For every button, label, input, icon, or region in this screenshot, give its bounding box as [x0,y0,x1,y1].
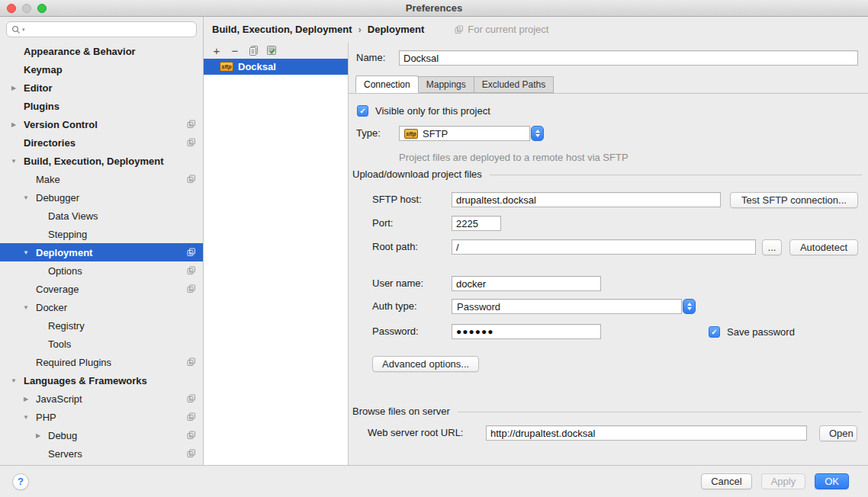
chevron-down-icon [687,307,692,310]
chevron-down-icon[interactable]: ▼ [19,304,33,311]
copy-icon [249,45,259,56]
sidebar-item-coverage[interactable]: Coverage [0,280,203,298]
minimize-button [22,4,31,13]
auth-type-label: Auth type: [372,299,417,314]
sidebar-item-label: Languages & Frameworks [24,375,147,386]
tab-connection[interactable]: Connection [355,75,419,93]
sidebar-item-appearance-behavior[interactable]: Appearance & Behavior [0,42,203,60]
sidebar-item-label: Make [36,174,60,185]
port-input[interactable] [452,216,501,231]
tab-excluded-paths[interactable]: Excluded Paths [474,76,554,93]
chevron-down-icon[interactable]: ▼ [19,194,33,201]
sidebar-item-keymap[interactable]: Keymap [0,60,203,79]
sidebar-item-php[interactable]: ▼PHP [0,408,203,426]
sidebar-item-javascript[interactable]: ▶JavaScript [0,390,203,408]
sidebar-item-label: Data Views [48,210,98,222]
server-item-docksal[interactable]: sftpDocksal [204,59,348,75]
preferences-window: Preferences ▾ Appearance & BehaviorKeyma… [0,0,868,497]
type-select-stepper[interactable] [531,126,544,141]
sidebar-item-directories[interactable]: Directories [0,133,203,152]
test-sftp-connection-button[interactable]: Test SFTP connection... [730,192,858,208]
sidebar-item-options[interactable]: Options [0,261,203,280]
cancel-button[interactable]: Cancel [701,473,751,489]
sidebar-item-version-control[interactable]: ▶Version Control [0,115,203,133]
type-select[interactable]: sftp SFTP [399,126,530,141]
sidebar-item-editor[interactable]: ▶Editor [0,79,203,97]
footer-bar: ? Cancel Apply OK [0,465,868,497]
sidebar-item-servers[interactable]: Servers [0,444,203,463]
user-name-input[interactable] [452,276,601,291]
name-input[interactable] [399,50,858,66]
sftp-host-input[interactable] [452,192,721,207]
sidebar-item-docker[interactable]: ▼Docker [0,298,203,316]
chevron-down-icon[interactable]: ▼ [7,158,21,165]
advanced-options-button[interactable]: Advanced options... [372,356,479,372]
sidebar-item-stepping[interactable]: Stepping [0,225,203,243]
breadcrumb-parent[interactable]: Build, Execution, Deployment [212,24,352,35]
sidebar-item-label: Coverage [36,284,79,295]
use-as-default-icon [266,45,277,56]
root-path-input[interactable] [452,239,756,255]
sidebar-item-tools[interactable]: Tools [0,335,203,353]
sidebar-item-label: Tools [48,338,71,350]
chevron-right-icon[interactable]: ▶ [19,396,33,402]
per-project-icon [187,449,196,458]
web-root-input[interactable] [486,425,807,441]
user-name-label: User name: [372,276,423,291]
type-value: SFTP [423,128,448,139]
save-password-checkbox[interactable] [709,326,720,338]
sidebar-item-debugger[interactable]: ▼Debugger [0,188,203,207]
chevron-right-icon[interactable]: ▶ [31,432,45,439]
sidebar-item-registry[interactable]: Registry [0,316,203,335]
type-help-text: Project files are deployed to a remote h… [399,152,628,163]
ok-button[interactable]: OK [815,473,849,489]
upload-section-label: Upload/download project files [352,168,482,180]
sidebar-item-make[interactable]: Make [0,170,203,188]
visible-only-checkbox[interactable] [357,105,368,117]
sidebar-item-debug[interactable]: ▶Debug [0,426,203,444]
browse-section-header: Browse files on server [352,405,862,417]
per-project-icon [187,394,196,403]
open-button[interactable]: Open [819,425,857,441]
per-project-icon [187,284,196,293]
traffic-lights [7,4,47,13]
titlebar: Preferences [0,0,868,17]
tab-mappings[interactable]: Mappings [419,76,474,93]
chevron-down-icon[interactable]: ▼ [7,377,21,384]
close-button[interactable] [7,4,16,13]
sidebar-item-deployment[interactable]: ▼Deployment [0,243,203,261]
sidebar-item-label: Appearance & Behavior [24,46,136,57]
sidebar-item-languages-frameworks[interactable]: ▼Languages & Frameworks [0,371,203,390]
server-item-label: Docksal [238,61,276,72]
browse-root-path-button[interactable]: ... [762,239,782,255]
scope-label: For current project [468,24,548,35]
chevron-right-icon[interactable]: ▶ [7,121,21,128]
per-project-icon [455,25,464,34]
add-server-button[interactable]: + [211,44,222,56]
apply-button[interactable]: Apply [761,473,806,489]
sidebar-item-required-plugins[interactable]: Required Plugins [0,353,203,371]
chevron-right-icon[interactable]: ▶ [7,85,21,91]
auth-type-select-stepper[interactable] [683,299,696,314]
sidebar-item-label: Plugins [24,101,59,112]
copy-server-button[interactable] [248,44,259,56]
zoom-button[interactable] [37,4,47,13]
sidebar-item-data-views[interactable]: Data Views [0,207,203,225]
sidebar-item-build-execution-deployment[interactable]: ▼Build, Execution, Deployment [0,152,203,170]
search-options-caret-icon[interactable]: ▾ [22,27,25,33]
auth-type-select[interactable]: Password [452,299,682,314]
search-input[interactable] [27,24,191,35]
remove-server-button[interactable]: − [230,44,240,56]
search-field[interactable]: ▾ [6,21,197,37]
sftp-host-label: SFTP host: [372,192,422,207]
help-button[interactable]: ? [12,473,29,490]
chevron-down-icon[interactable]: ▼ [19,414,33,421]
sidebar-item-label: Docker [36,302,67,313]
chevron-down-icon[interactable]: ▼ [19,249,33,256]
sidebar-item-label: Keymap [24,64,63,75]
autodetect-button[interactable]: Autodetect [789,239,858,255]
password-input[interactable] [452,324,601,339]
use-as-default-button[interactable] [266,44,277,56]
sidebar-item-plugins[interactable]: Plugins [0,97,203,115]
settings-tree: Appearance & BehaviorKeymap▶EditorPlugin… [0,42,203,463]
